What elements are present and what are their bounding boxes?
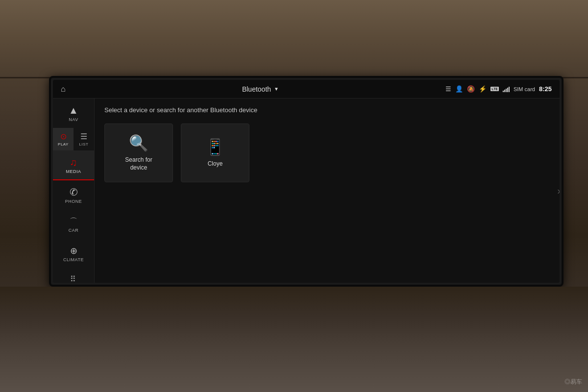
watermark: ◎易车 [564,378,582,386]
phone-label: PHONE [65,199,82,204]
nav-label: NAV [69,117,78,122]
signal-bar-1 [503,91,504,92]
list-label: LIST [79,142,89,147]
cloye-device-label: Cloye [208,160,223,168]
phone-icon: ✆ [70,186,78,198]
signal-bar-5 [509,87,510,92]
sidebar-item-phone[interactable]: ✆ PHONE [53,180,94,210]
media-label: MEDIA [66,169,81,174]
content-area: Select a device or search for another Bl… [95,98,560,283]
dashboard-bottom [0,287,588,392]
signal-bar-4 [507,88,508,92]
play-label: PLAY [58,142,69,147]
sidebar-item-apps[interactable]: ⠿ [53,269,94,283]
home-icon[interactable]: ⌂ [61,85,66,94]
climate-icon: ⊕ [70,245,77,256]
sidebar: ▲ NAV ⊙ PLAY ☰ LIST ♫ [53,98,95,283]
devices-grid: 🔍 Search fordevice 📱 Cloye [104,123,550,182]
screen: ⌂ Bluetooth ▼ ☰ 👤 🔕 ⚡ LTE SIM card [53,80,560,283]
status-bar: ⌂ Bluetooth ▼ ☰ 👤 🔕 ⚡ LTE SIM card [53,80,560,98]
bluetooth-title: Bluetooth [242,85,271,93]
people-icon: 👤 [455,85,463,93]
bluetooth-icon: ⚡ [479,85,487,93]
edge-chevron-icon[interactable]: › [557,185,560,196]
lte-badge: LTE [490,87,499,91]
sidebar-item-media[interactable]: ♫ MEDIA [53,151,94,180]
search-device-card[interactable]: 🔍 Search fordevice [104,123,173,182]
sidebar-item-climate[interactable]: ⊕ CLIMATE [53,239,94,269]
sidebar-item-play[interactable]: ⊙ PLAY [53,128,74,150]
cloye-device-card[interactable]: 📱 Cloye [181,123,249,182]
search-device-label: Search fordevice [125,156,152,172]
sidebar-item-car[interactable]: ⌒ CAR [53,210,94,239]
sim-label: SIM card [514,86,535,92]
list-icon: ☰ [80,132,87,141]
search-device-icon: 🔍 [129,134,148,152]
media-icon: ♫ [70,157,77,168]
dashboard-top [0,0,588,78]
signal-bars [503,86,510,92]
cloye-device-icon: 📱 [205,138,225,156]
sidebar-item-list[interactable]: ☰ LIST [74,128,94,150]
status-right: ☰ 👤 🔕 ⚡ LTE SIM card 8:25 [445,85,552,93]
main-content: ▲ NAV ⊙ PLAY ☰ LIST ♫ [53,98,560,283]
signal-bar-3 [506,89,507,92]
car-label: CAR [69,228,79,233]
signal-bar-2 [504,90,505,92]
status-center: Bluetooth ▼ [75,85,446,93]
screen-bezel: ⌂ Bluetooth ▼ ☰ 👤 🔕 ⚡ LTE SIM card [49,76,564,287]
menu-icon[interactable]: ☰ [445,85,451,93]
apps-icon: ⠿ [70,274,77,283]
car-icon: ⌒ [70,217,77,227]
climate-label: CLIMATE [63,257,84,262]
content-subtitle: Select a device or search for another Bl… [104,106,550,114]
nav-icon: ▲ [69,105,78,116]
clock: 8:25 [539,85,552,93]
sidebar-item-nav[interactable]: ▲ NAV [53,98,94,128]
play-icon: ⊙ [60,132,67,141]
mute-icon: 🔕 [467,85,475,93]
media-play-row: ⊙ PLAY ☰ LIST [53,128,94,151]
dropdown-arrow-icon[interactable]: ▼ [274,86,279,92]
